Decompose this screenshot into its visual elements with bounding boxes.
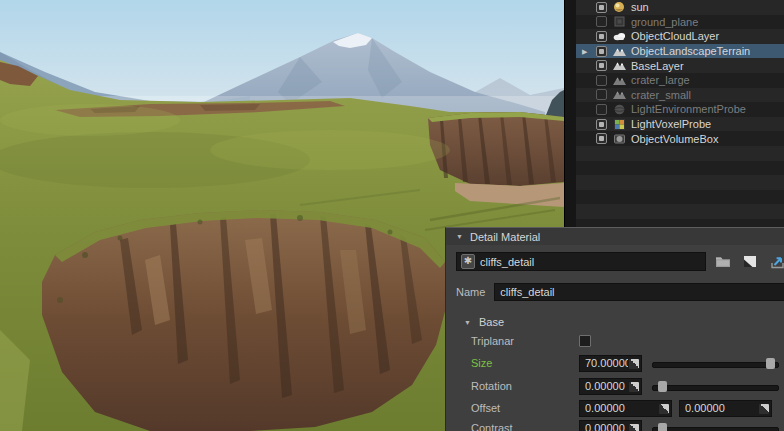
clear-material-icon[interactable]: [740, 254, 760, 270]
offset-y-field[interactable]: [679, 400, 772, 417]
node-label: ObjectCloudLayer: [631, 30, 719, 42]
rotation-label: Rotation: [471, 380, 579, 392]
toggle-expression-icon[interactable]: [629, 382, 639, 392]
sun-icon: [612, 1, 626, 13]
rotation-field[interactable]: [579, 378, 642, 395]
visibility-checkbox[interactable]: [596, 2, 607, 13]
node-label: ObjectLandscapeTerrain: [631, 45, 750, 57]
visibility-checkbox[interactable]: [596, 89, 607, 100]
unigine-editor-screen: sun ground_plane ObjectCloudLayer ▶ Obje…: [0, 0, 784, 431]
triplanar-checkbox[interactable]: [579, 335, 591, 347]
hierarchy-row[interactable]: ground_plane: [576, 15, 784, 30]
material-field[interactable]: ✱ cliffs_detail: [456, 252, 706, 271]
hierarchy-row[interactable]: LightEnvironmentProbe: [576, 102, 784, 117]
visibility-checkbox[interactable]: [596, 119, 607, 130]
base-section-title: Base: [479, 316, 504, 328]
slider-handle[interactable]: [766, 358, 775, 369]
edit-material-icon[interactable]: [767, 254, 784, 270]
toggle-expression-icon[interactable]: [759, 404, 769, 414]
visibility-checkbox[interactable]: [596, 31, 607, 42]
volume-box-icon: [612, 133, 626, 145]
hierarchy-row[interactable]: ObjectVolumeBox: [576, 131, 784, 146]
node-label: ground_plane: [631, 16, 698, 28]
visibility-checkbox[interactable]: [596, 16, 607, 27]
size-slider[interactable]: [652, 355, 779, 372]
node-label: sun: [631, 1, 649, 13]
offset-label: Offset: [471, 402, 579, 414]
detail-material-panel: ▼ Detail Material ✱ cliffs_detail: [445, 227, 784, 431]
detail-material-header[interactable]: ▼ Detail Material: [446, 228, 784, 245]
terrain-icon: [612, 89, 626, 101]
visibility-checkbox[interactable]: [596, 46, 607, 57]
base-section-header[interactable]: ▼ Base: [464, 316, 504, 328]
node-label: ObjectVolumeBox: [631, 133, 718, 145]
hierarchy-row[interactable]: crater_large: [576, 73, 784, 88]
terrain-icon: [612, 45, 626, 57]
contrast-label: Contrast: [471, 422, 579, 431]
world-hierarchy-panel: sun ground_plane ObjectCloudLayer ▶ Obje…: [576, 0, 784, 227]
offset-x-field[interactable]: [579, 400, 672, 417]
hierarchy-row[interactable]: ▶ ObjectLandscapeTerrain: [576, 44, 784, 59]
slider-handle[interactable]: [658, 381, 667, 392]
terrain-icon: [612, 60, 626, 72]
material-assignment-row: ✱ cliffs_detail: [456, 252, 784, 271]
offset-row: Offset: [471, 399, 779, 417]
node-label: LightVoxelProbe: [631, 118, 711, 130]
node-label: LightEnvironmentProbe: [631, 103, 746, 115]
offset-y-input[interactable]: [680, 402, 771, 414]
hierarchy-row[interactable]: BaseLayer: [576, 58, 784, 73]
voxel-probe-icon: [612, 118, 626, 130]
toggle-expression-icon[interactable]: [659, 404, 669, 414]
hierarchy-row[interactable]: ObjectCloudLayer: [576, 29, 784, 44]
expand-arrow-icon[interactable]: ▶: [582, 48, 591, 55]
terrain-icon: [612, 74, 626, 86]
visibility-checkbox[interactable]: [596, 75, 607, 86]
contrast-slider[interactable]: [652, 420, 779, 431]
folder-icon[interactable]: [713, 254, 733, 270]
hierarchy-list: sun ground_plane ObjectCloudLayer ▶ Obje…: [576, 0, 784, 146]
detail-material-title: Detail Material: [470, 231, 540, 243]
node-label: crater_small: [631, 89, 691, 101]
visibility-checkbox[interactable]: [596, 104, 607, 115]
contrast-row: Contrast: [471, 419, 779, 431]
hierarchy-row[interactable]: sun: [576, 0, 784, 15]
toggle-expression-icon[interactable]: [629, 359, 639, 369]
size-label: Size: [471, 357, 579, 369]
size-row: Size: [471, 354, 779, 372]
hierarchy-row[interactable]: LightVoxelProbe: [576, 117, 784, 132]
toggle-expression-icon[interactable]: [629, 424, 639, 431]
visibility-checkbox[interactable]: [596, 60, 607, 71]
contrast-field[interactable]: [579, 420, 642, 431]
env-probe-icon: [612, 103, 626, 115]
slider-handle[interactable]: [658, 423, 667, 431]
visibility-checkbox[interactable]: [596, 133, 607, 144]
rotation-row: Rotation: [471, 377, 779, 395]
triplanar-label: Triplanar: [471, 335, 579, 347]
cloud-icon: [612, 30, 626, 42]
triplanar-row: Triplanar: [471, 332, 779, 350]
size-field[interactable]: [579, 355, 642, 372]
node-label: crater_large: [631, 74, 690, 86]
name-label: Name: [456, 286, 485, 298]
name-row: Name: [456, 283, 784, 301]
material-value: cliffs_detail: [480, 256, 534, 268]
material-icon: ✱: [461, 254, 475, 269]
collapse-arrow-icon[interactable]: ▼: [456, 233, 463, 240]
hierarchy-row[interactable]: crater_small: [576, 88, 784, 103]
collapse-arrow-icon[interactable]: ▼: [464, 319, 471, 326]
ground-plane-icon: [612, 16, 626, 28]
name-input[interactable]: [494, 283, 784, 301]
offset-x-input[interactable]: [580, 402, 671, 414]
rotation-slider[interactable]: [652, 378, 779, 395]
node-label: BaseLayer: [631, 60, 684, 72]
